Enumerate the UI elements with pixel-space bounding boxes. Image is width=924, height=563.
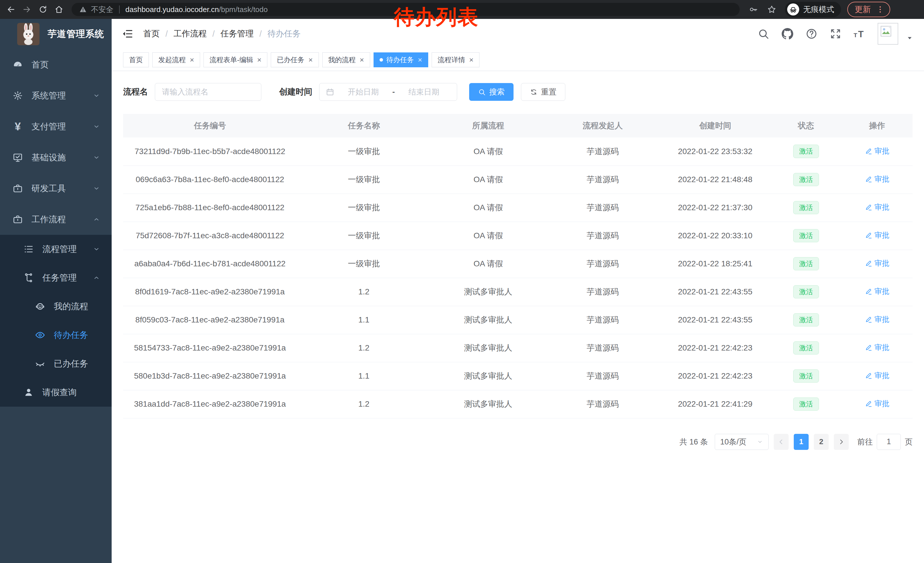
created-cell: 2022-01-22 18:25:41 xyxy=(660,250,770,278)
breadcrumb-separator: / xyxy=(260,29,262,39)
status-badge: 激活 xyxy=(793,201,819,215)
sidebar-item-done-task[interactable]: 已办任务 xyxy=(0,349,112,378)
sidebar-item-dev-tools[interactable]: 研发工具 xyxy=(0,173,112,204)
close-icon[interactable]: × xyxy=(418,56,422,63)
sidebar-fold-icon[interactable] xyxy=(122,28,134,40)
action-cell: 审批 xyxy=(842,165,912,194)
tab-已办任务[interactable]: 已办任务× xyxy=(271,53,319,67)
prev-page-button[interactable] xyxy=(774,434,789,450)
tab-流程详情[interactable]: 流程详情× xyxy=(432,53,480,67)
eye-icon xyxy=(34,330,46,340)
status-cell: 激活 xyxy=(771,194,842,222)
breadcrumb-item[interactable]: 首页 xyxy=(143,28,160,39)
page-button-1[interactable]: 1 xyxy=(794,434,808,450)
search-button[interactable]: 搜索 xyxy=(469,83,513,101)
password-key-icon[interactable] xyxy=(749,5,758,14)
approve-link[interactable]: 审批 xyxy=(865,174,890,184)
pagination: 共 16 条 10条/页 12 前往 页 xyxy=(123,434,912,450)
column-header: 任务编号 xyxy=(123,114,297,137)
page-button-2[interactable]: 2 xyxy=(814,434,829,450)
goto-page-input[interactable] xyxy=(877,434,901,450)
close-icon[interactable]: × xyxy=(469,56,474,63)
tab-label: 我的流程 xyxy=(328,55,356,65)
active-tab-dot xyxy=(380,58,383,62)
browser-forward-icon[interactable] xyxy=(20,3,34,17)
start-date-placeholder[interactable]: 开始日期 xyxy=(337,87,390,97)
end-date-placeholder[interactable]: 结束日期 xyxy=(397,87,451,97)
avatar[interactable] xyxy=(878,23,898,45)
sidebar-item-my-process[interactable]: 我的流程 xyxy=(0,292,112,321)
sidebar-item-home[interactable]: 首页 xyxy=(0,49,112,80)
page-size-select[interactable]: 10条/页 xyxy=(715,434,769,450)
browser-menu-icon[interactable] xyxy=(876,5,885,14)
approve-link[interactable]: 审批 xyxy=(865,314,890,324)
approve-link[interactable]: 审批 xyxy=(865,146,890,156)
table-row: 8f0d1619-7ac8-11ec-a9e2-a2380e71991a1.2测… xyxy=(123,278,912,306)
app-logo xyxy=(17,23,39,45)
approve-link[interactable]: 审批 xyxy=(865,399,890,408)
app-logo-row: 芋道管理系统 xyxy=(0,19,112,49)
approve-link-label: 审批 xyxy=(874,146,890,156)
sidebar: 芋道管理系统 首页系统管理¥支付管理基础设施研发工具工作流程流程管理任务管理我的… xyxy=(0,19,112,563)
help-icon[interactable] xyxy=(806,28,818,40)
chevron-up-icon xyxy=(93,274,100,281)
approve-link-label: 审批 xyxy=(874,230,890,240)
browser-home-icon[interactable] xyxy=(52,3,66,17)
sidebar-item-infra[interactable]: 基础设施 xyxy=(0,142,112,173)
tab-流程表单-编辑[interactable]: 流程表单-编辑× xyxy=(204,53,267,67)
created-cell: 2022-01-22 21:37:30 xyxy=(660,194,770,222)
close-icon[interactable]: × xyxy=(257,56,261,63)
app-title: 芋道管理系统 xyxy=(48,28,104,41)
breadcrumb-item[interactable]: 工作流程 xyxy=(174,28,207,39)
sidebar-item-todo-task[interactable]: 待办任务 xyxy=(0,321,112,349)
approve-link[interactable]: 审批 xyxy=(865,371,890,381)
sidebar-item-process-mgmt[interactable]: 流程管理 xyxy=(0,235,112,263)
bookmark-star-icon[interactable] xyxy=(767,5,776,14)
process-name-input[interactable] xyxy=(155,83,261,101)
task-name-cell: 1.2 xyxy=(297,390,431,418)
approve-link[interactable]: 审批 xyxy=(865,286,890,296)
tab-待办任务[interactable]: 待办任务× xyxy=(374,53,428,67)
table-row: 58154733-7ac8-11ec-a9e2-a2380e71991a1.2测… xyxy=(123,334,912,362)
tab-我的流程[interactable]: 我的流程× xyxy=(322,53,370,67)
task-name-cell: 1.2 xyxy=(297,278,431,306)
starter-cell: 芋道源码 xyxy=(546,334,660,362)
task-name-cell: 一级审批 xyxy=(297,194,431,222)
status-badge: 激活 xyxy=(793,341,819,355)
sidebar-item-system-mgmt[interactable]: 系统管理 xyxy=(0,80,112,111)
github-icon[interactable] xyxy=(782,28,794,40)
filter-bar: 流程名 创建时间 开始日期 - 结束日期 搜索 重置 xyxy=(123,83,912,101)
breadcrumb-item[interactable]: 任务管理 xyxy=(220,28,254,39)
action-cell: 审批 xyxy=(842,250,912,278)
avatar-dropdown-icon[interactable] xyxy=(906,35,913,42)
sidebar-item-label: 研发工具 xyxy=(32,183,66,194)
close-icon[interactable]: × xyxy=(308,56,313,63)
tab-首页[interactable]: 首页 xyxy=(123,53,149,67)
browser-reload-icon[interactable] xyxy=(36,3,50,17)
date-range-picker[interactable]: 开始日期 - 结束日期 xyxy=(319,83,457,101)
column-header: 流程发起人 xyxy=(546,114,660,137)
approve-link[interactable]: 审批 xyxy=(865,258,890,268)
edit-pen-icon xyxy=(865,232,872,239)
sidebar-item-task-mgmt[interactable]: 任务管理 xyxy=(0,263,112,292)
tab-发起流程[interactable]: 发起流程× xyxy=(152,53,200,67)
close-icon[interactable]: × xyxy=(190,56,194,63)
column-header: 所属流程 xyxy=(431,114,546,137)
process-cell: 测试多审批人 xyxy=(431,278,546,306)
sidebar-item-workflow[interactable]: 工作流程 xyxy=(0,204,112,235)
approve-link[interactable]: 审批 xyxy=(865,342,890,353)
search-icon[interactable] xyxy=(758,28,770,40)
approve-link[interactable]: 审批 xyxy=(865,202,890,212)
next-page-button[interactable] xyxy=(834,434,849,450)
font-size-icon[interactable]: TT xyxy=(854,28,866,40)
total-count: 共 16 条 xyxy=(680,437,708,447)
close-icon[interactable]: × xyxy=(360,56,364,63)
not-secure-warning-icon[interactable] xyxy=(79,6,87,14)
fullscreen-icon[interactable] xyxy=(830,28,842,40)
browser-update-button[interactable]: 更新 xyxy=(847,2,890,17)
approve-link[interactable]: 审批 xyxy=(865,230,890,240)
sidebar-item-leave-query[interactable]: 请假查询 xyxy=(0,378,112,407)
reset-button[interactable]: 重置 xyxy=(521,83,566,101)
sidebar-item-pay-mgmt[interactable]: ¥支付管理 xyxy=(0,111,112,142)
browser-back-icon[interactable] xyxy=(4,3,18,17)
